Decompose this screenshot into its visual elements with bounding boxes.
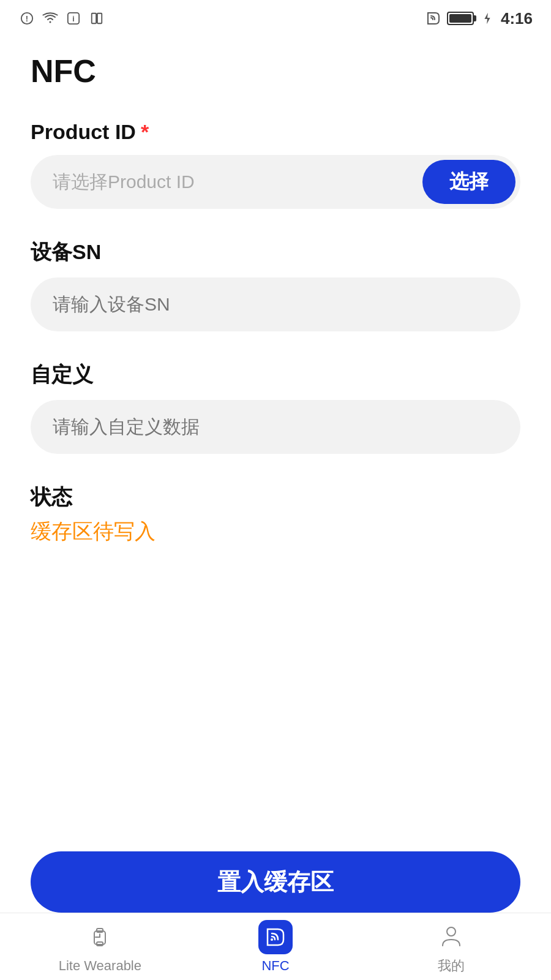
svg-point-11: [271, 938, 273, 941]
product-id-placeholder: 请选择Product ID: [31, 170, 422, 195]
charge-icon: [479, 10, 496, 27]
select-product-id-button[interactable]: 选择: [422, 160, 515, 204]
product-id-label: Product ID *: [31, 120, 520, 144]
info-icon: i: [65, 10, 82, 27]
nav-item-nfc[interactable]: NFC: [188, 920, 364, 974]
nfc-nav-icon: [258, 920, 293, 954]
place-in-buffer-button[interactable]: 置入缓存区: [31, 851, 520, 913]
wifi-icon: [42, 10, 59, 27]
status-bar: ! i: [0, 0, 551, 34]
custom-input[interactable]: [31, 400, 520, 454]
nav-item-lite-wearable[interactable]: Lite Wearable: [12, 920, 188, 974]
product-id-group: Product ID * 请选择Product ID 选择: [31, 120, 520, 209]
status-group: 状态 缓存区待写入: [31, 483, 520, 546]
nfc-status-icon: [425, 10, 442, 27]
device-sn-input[interactable]: [31, 277, 520, 331]
page-title: NFC: [31, 53, 520, 89]
nav-label-mine: 我的: [438, 957, 465, 975]
nav-label-nfc: NFC: [261, 958, 289, 974]
device-sn-group: 设备SN: [31, 238, 520, 331]
device-sn-label: 设备SN: [31, 238, 520, 266]
status-bar-right: 4:16: [425, 9, 533, 28]
nfc-nav-icon-wrapper: [258, 920, 293, 954]
status-value: 缓存区待写入: [31, 518, 520, 546]
book-icon: [88, 10, 105, 27]
alert-icon: !: [18, 10, 36, 27]
custom-label: 自定义: [31, 361, 520, 389]
svg-rect-5: [97, 13, 102, 24]
nav-label-lite-wearable: Lite Wearable: [59, 958, 141, 974]
status-bar-left: ! i: [18, 10, 105, 27]
bottom-action-area: 置入缓存区: [0, 851, 551, 913]
status-label: 状态: [31, 483, 520, 511]
svg-rect-4: [92, 13, 96, 24]
battery-icon: [447, 12, 474, 25]
battery-indicator: [447, 12, 474, 25]
product-id-row: 请选择Product ID 选择: [31, 155, 520, 209]
status-time: 4:16: [501, 9, 533, 28]
custom-group: 自定义: [31, 361, 520, 454]
svg-text:!: !: [26, 14, 28, 23]
svg-text:i: i: [72, 15, 74, 23]
watch-icon: [83, 920, 117, 954]
main-content: NFC Product ID * 请选择Product ID 选择 设备SN 自…: [0, 34, 551, 980]
nav-item-mine[interactable]: 我的: [363, 919, 539, 975]
person-icon: [434, 919, 468, 953]
bottom-nav: Lite Wearable NFC 我的: [0, 913, 551, 980]
required-star: *: [141, 120, 149, 144]
svg-point-12: [447, 927, 455, 936]
